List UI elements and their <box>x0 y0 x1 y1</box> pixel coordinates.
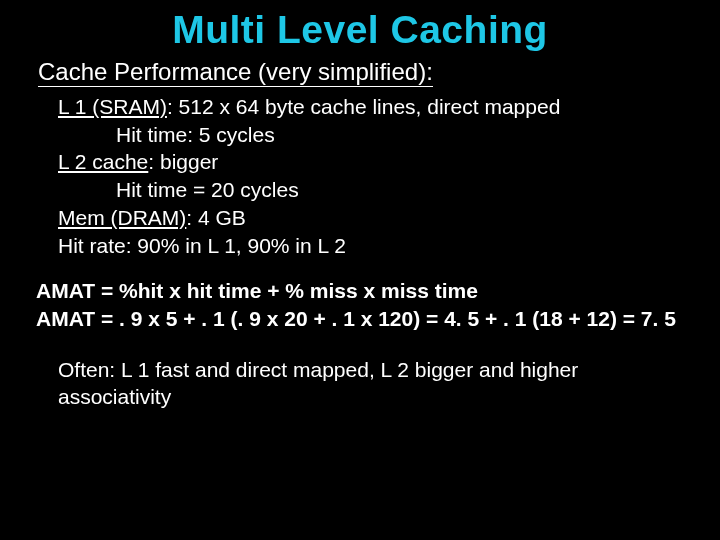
amat-block: AMAT = %hit x hit time + % miss x miss t… <box>36 277 690 332</box>
mem-rest: : 4 GB <box>186 206 246 229</box>
l2-rest: : bigger <box>148 150 218 173</box>
hitrate-line: Hit rate: 90% in L 1, 90% in L 2 <box>58 232 690 260</box>
slide-title: Multi Level Caching <box>30 8 690 52</box>
l1-line: L 1 (SRAM): 512 x 64 byte cache lines, d… <box>58 93 690 121</box>
l2-hit-time: Hit time = 20 cycles <box>116 176 690 204</box>
mem-label: Mem (DRAM) <box>58 206 186 229</box>
footer-note: Often: L 1 fast and direct mapped, L 2 b… <box>58 356 690 411</box>
subtitle: Cache Performance (very simplified): <box>38 58 433 87</box>
amat-calc: AMAT = . 9 x 5 + . 1 (. 9 x 20 + . 1 x 1… <box>36 305 690 332</box>
l1-hit-time: Hit time: 5 cycles <box>116 121 690 149</box>
mem-line: Mem (DRAM): 4 GB <box>58 204 690 232</box>
amat-formula: AMAT = %hit x hit time + % miss x miss t… <box>36 277 690 304</box>
l1-label: L 1 (SRAM) <box>58 95 167 118</box>
l2-label: L 2 cache <box>58 150 148 173</box>
l2-line: L 2 cache: bigger <box>58 148 690 176</box>
slide: Multi Level Caching Cache Performance (v… <box>0 0 720 540</box>
subtitle-wrapper: Cache Performance (very simplified): <box>30 58 690 93</box>
l1-rest: : 512 x 64 byte cache lines, direct mapp… <box>167 95 560 118</box>
specs-block: L 1 (SRAM): 512 x 64 byte cache lines, d… <box>58 93 690 259</box>
